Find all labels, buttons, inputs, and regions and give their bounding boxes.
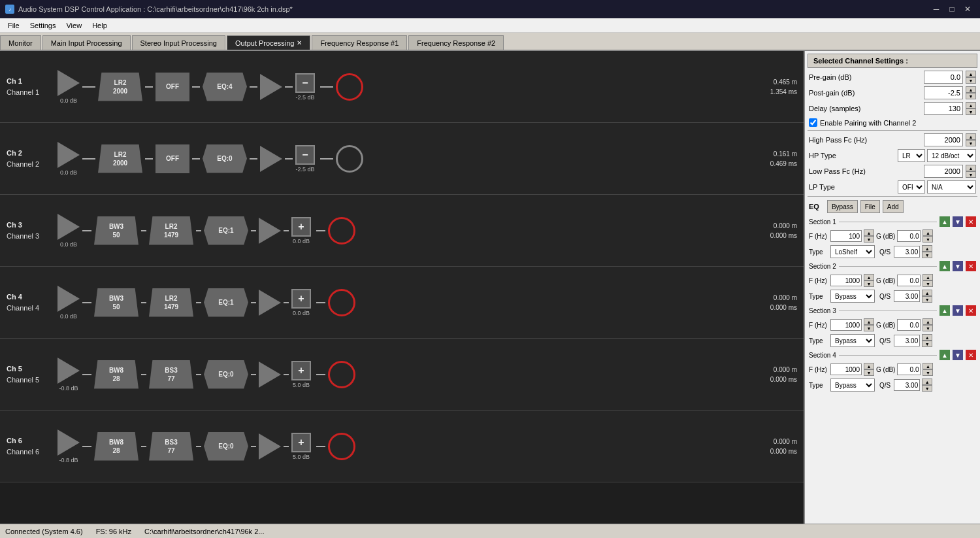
eq-block-5[interactable]: EQ:0 <box>204 360 248 389</box>
section1-f-spinner[interactable]: ▲ ▼ <box>864 229 874 243</box>
output-circle-1[interactable] <box>336 73 363 101</box>
section3-down-arrow[interactable]: ▼ <box>953 305 963 316</box>
lp-filter-4[interactable]: LR2 1479 <box>149 288 193 317</box>
section3-qs-spinner[interactable]: ▲ ▼ <box>922 334 932 347</box>
section3-qs-input[interactable] <box>894 335 920 346</box>
enable-pairing-checkbox[interactable] <box>809 118 817 127</box>
section2-f-input[interactable] <box>830 275 862 286</box>
hp-filter-6[interactable]: BW8 28 <box>94 432 139 461</box>
post-gain-input[interactable] <box>924 86 963 99</box>
eq-block-1[interactable]: EQ:4 <box>203 73 247 101</box>
lp-filter-1[interactable]: OFF <box>155 73 189 101</box>
post-gain-up[interactable]: ▲ <box>966 86 976 93</box>
menu-view[interactable]: View <box>61 20 87 31</box>
section3-g-input[interactable] <box>897 319 921 331</box>
section1-delete[interactable]: ✕ <box>966 216 976 227</box>
section3-g-spinner[interactable]: ▲ ▼ <box>923 318 933 331</box>
summing-1[interactable]: − <box>295 73 315 93</box>
tab-monitor[interactable]: Monitor <box>0 35 41 50</box>
section4-down-arrow[interactable]: ▼ <box>953 350 963 360</box>
channels-area[interactable]: Ch 1 Channel 1 0.0 dB LR2 2000 <box>0 51 804 524</box>
section4-g-input[interactable] <box>897 363 921 375</box>
hp-filter-5[interactable]: BW8 28 <box>94 360 139 389</box>
lp-fc-input[interactable] <box>924 165 963 178</box>
lp-type-select[interactable]: OFFLRBW <box>898 180 925 193</box>
eq-block-4[interactable]: EQ:1 <box>204 288 248 317</box>
section4-f-input[interactable] <box>830 363 862 375</box>
menu-help[interactable]: Help <box>87 20 112 31</box>
hp-fc-spinner[interactable]: ▲ ▼ <box>966 133 976 146</box>
lp-slope-select[interactable]: N/A12 dB/oct24 dB/oct <box>927 180 976 193</box>
section1-type-select[interactable]: LoShelfHiShelfPeakBypass <box>830 245 875 258</box>
close-button[interactable]: ✕ <box>960 2 975 16</box>
summing-3[interactable]: + <box>291 217 311 237</box>
lp-fc-down[interactable]: ▼ <box>966 171 976 178</box>
pre-gain-spinner[interactable]: ▲ ▼ <box>966 71 976 84</box>
section2-g-input[interactable] <box>897 275 921 286</box>
hp-filter-3[interactable]: BW3 50 <box>94 216 139 245</box>
eq-add-button[interactable]: Add <box>883 200 904 213</box>
eq-bypass-button[interactable]: Bypass <box>827 200 858 213</box>
post-gain-down[interactable]: ▼ <box>966 93 976 99</box>
section4-qs-spinner[interactable]: ▲ ▼ <box>922 378 932 392</box>
hp-filter-2[interactable]: LR2 2000 <box>98 144 142 173</box>
hp-filter-4[interactable]: BW3 50 <box>94 288 139 317</box>
section2-delete[interactable]: ✕ <box>966 261 976 271</box>
section3-f-spinner[interactable]: ▲ ▼ <box>864 318 874 331</box>
pre-gain-input[interactable] <box>924 71 963 84</box>
summing-4[interactable]: + <box>291 289 311 309</box>
lp-filter-5[interactable]: BS3 77 <box>149 360 193 389</box>
section1-g-spinner[interactable]: ▲ ▼ <box>923 229 933 243</box>
delay-down[interactable]: ▼ <box>966 109 976 115</box>
section3-up-arrow[interactable]: ▲ <box>939 305 950 316</box>
section2-qs-input[interactable] <box>894 290 920 302</box>
section4-f-spinner[interactable]: ▲ ▼ <box>864 363 874 376</box>
section2-qs-spinner[interactable]: ▲ ▼ <box>922 290 932 303</box>
section4-up-arrow[interactable]: ▲ <box>939 350 950 360</box>
summing-2[interactable]: − <box>295 145 315 165</box>
output-circle-3[interactable] <box>328 217 355 244</box>
section4-delete[interactable]: ✕ <box>966 350 976 360</box>
section2-type-select[interactable]: BypassLoShelfHiShelfPeak <box>830 290 875 303</box>
tab-freq1[interactable]: Frequency Response #1 <box>312 35 407 50</box>
section1-qs-spinner[interactable]: ▲ ▼ <box>922 245 932 258</box>
tab-main-input[interactable]: Main Input Processing <box>42 35 131 50</box>
menu-file[interactable]: File <box>3 20 25 31</box>
output-circle-2[interactable] <box>336 145 363 173</box>
section1-down-arrow[interactable]: ▼ <box>953 216 963 227</box>
lp-filter-2[interactable]: OFF <box>155 144 189 173</box>
section3-type-select[interactable]: BypassLoShelfHiShelfPeak <box>830 334 875 347</box>
eq-block-2[interactable]: EQ:0 <box>203 144 247 173</box>
delay-spinner[interactable]: ▲ ▼ <box>966 102 976 115</box>
eq-block-6[interactable]: EQ:0 <box>204 432 248 461</box>
pre-gain-down[interactable]: ▼ <box>966 77 976 84</box>
section3-delete[interactable]: ✕ <box>966 305 976 316</box>
section2-down-arrow[interactable]: ▼ <box>953 261 963 271</box>
tab-stereo-input[interactable]: Stereo Input Processing <box>132 35 225 50</box>
menu-settings[interactable]: Settings <box>25 20 61 31</box>
tab-output-processing[interactable]: Output Processing ✕ <box>227 35 311 50</box>
delay-up[interactable]: ▲ <box>966 102 976 109</box>
minimize-button[interactable]: ─ <box>929 2 943 16</box>
section1-g-input[interactable] <box>897 230 921 242</box>
tab-freq2[interactable]: Frequency Response #2 <box>408 35 504 50</box>
tab-close-icon[interactable]: ✕ <box>297 39 302 46</box>
summing-5[interactable]: + <box>291 361 311 380</box>
section1-f-input[interactable] <box>830 230 862 242</box>
lp-fc-spinner[interactable]: ▲ ▼ <box>966 165 976 178</box>
summing-6[interactable]: + <box>291 433 311 452</box>
hp-fc-input[interactable] <box>924 133 963 146</box>
section3-f-input[interactable] <box>830 319 862 331</box>
eq-file-button[interactable]: File <box>860 200 880 213</box>
lp-filter-3[interactable]: LR2 1479 <box>149 216 193 245</box>
output-circle-5[interactable] <box>328 361 355 388</box>
section2-f-spinner[interactable]: ▲ ▼ <box>864 274 874 287</box>
lp-fc-up[interactable]: ▲ <box>966 165 976 171</box>
hp-fc-up[interactable]: ▲ <box>966 133 976 140</box>
eq-block-3[interactable]: EQ:1 <box>204 216 248 245</box>
section4-type-select[interactable]: BypassLoShelfHiShelfPeak <box>830 378 875 392</box>
output-circle-4[interactable] <box>328 289 355 316</box>
hp-fc-down[interactable]: ▼ <box>966 140 976 146</box>
section2-up-arrow[interactable]: ▲ <box>939 261 950 271</box>
post-gain-spinner[interactable]: ▲ ▼ <box>966 86 976 99</box>
